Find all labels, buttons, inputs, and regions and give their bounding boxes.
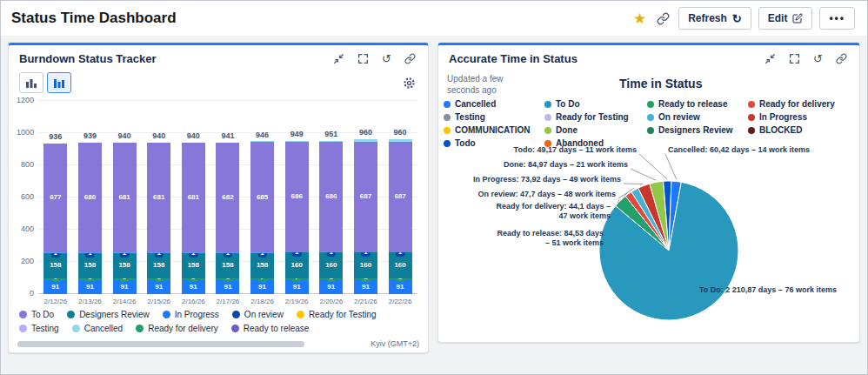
segment-value-label: 91 (290, 283, 304, 291)
legend-item[interactable]: To Do (19, 310, 54, 319)
reset-panel-button[interactable]: ↺ (380, 51, 393, 66)
fullscreen-icon (357, 53, 369, 64)
time-in-status-panel: Accurate Time in Status ↺ Updated a few … (437, 43, 860, 343)
legend-item[interactable]: Designers Review (647, 124, 733, 137)
pie-slice-annotation: Todo: 49,17 days – 11 work items (514, 145, 637, 155)
legend-item-label: Designers Review (658, 125, 733, 135)
bar-column[interactable]: 917158136859462/18/26 (250, 101, 274, 294)
chart-toolbar (9, 70, 428, 94)
segment-value-label: 686 (323, 192, 339, 201)
legend-item-label: Testing (455, 112, 485, 122)
segment-value-label: 677 (47, 193, 63, 202)
legend-item[interactable]: COMMUNICATION (444, 124, 530, 137)
bar-column[interactable]: 916158136819402/16/26 (182, 101, 205, 294)
edit-pencil-icon (792, 13, 803, 23)
segment-value-label: 91 (324, 283, 337, 291)
legend-item[interactable]: On review (647, 110, 733, 124)
legend-item[interactable]: Testing (444, 110, 530, 124)
legend-item-label: Ready to release (244, 324, 310, 333)
legend-color-dot (19, 311, 27, 318)
bar-column[interactable]: 918160116879602/21/26 (354, 101, 377, 294)
bar-column[interactable]: 918160116879602/22/26 (389, 101, 412, 294)
bar-column[interactable]: 917160136869492/19/26 (285, 101, 309, 294)
bar-column[interactable]: 916158136829412/17/26 (216, 101, 239, 294)
header-actions: ★ Refresh ↻ Edit ••• (631, 7, 855, 30)
app-header: Status Time Dashboard ★ Refresh ↻ Edit •… (1, 1, 867, 36)
legend-item[interactable]: Designers Review (67, 310, 150, 319)
bar-segment[interactable] (250, 141, 274, 142)
pie-chart-title: Time in Status (619, 77, 702, 90)
bar-column[interactable]: 916158136819402/14/26 (113, 101, 137, 294)
burndown-panel: Burndown Status Tracker ↺ (8, 43, 429, 353)
legend-color-dot (748, 127, 755, 134)
segment-value-label: 91 (187, 283, 200, 291)
stacked-chart-toggle-button[interactable] (47, 72, 71, 93)
fullscreen-icon (789, 53, 800, 64)
bar-segment[interactable] (354, 139, 377, 141)
x-axis-date-label: 2/16/26 (182, 298, 205, 305)
panel-link-button[interactable] (403, 51, 417, 66)
bar-total-label: 949 (290, 130, 304, 138)
legend-item-label: Ready for Testing (556, 112, 629, 122)
edit-button[interactable]: Edit (758, 7, 813, 30)
legend-item[interactable]: Ready for delivery (136, 324, 218, 333)
time-in-status-panel-icons: ↺ (763, 51, 849, 66)
refresh-button[interactable]: Refresh ↻ (678, 7, 751, 30)
y-axis-tick-label: 1000 (17, 128, 34, 137)
copy-link-button[interactable] (655, 10, 671, 27)
legend-item[interactable]: Ready for delivery (748, 97, 835, 110)
undo-icon: ↺ (813, 53, 823, 64)
legend-item[interactable]: On review (232, 310, 284, 319)
panel-link-button[interactable] (834, 51, 849, 66)
legend-item[interactable]: Cancelled (444, 97, 530, 110)
legend-color-dot (136, 325, 144, 332)
bar-column[interactable]: 916158136809392/13/26 (78, 101, 102, 294)
bar-column[interactable]: 918160136869512/20/26 (319, 101, 343, 294)
bar-segment[interactable] (389, 139, 412, 141)
favorite-button[interactable]: ★ (631, 10, 648, 28)
legend-item[interactable]: Testing (19, 324, 59, 333)
pie-slice-annotation: On review: 47,7 days – 48 work items (477, 190, 616, 199)
horizontal-scrollbar[interactable] (17, 341, 304, 347)
pie-slice-annotation: Cancelled: 60,42 days – 14 work items (668, 145, 810, 155)
y-axis-tick-label: 800 (21, 160, 34, 169)
legend-item[interactable]: In Progress (163, 310, 219, 319)
legend-item[interactable]: Ready to release (647, 97, 733, 110)
pie-slice-annotation: To Do: 2 210,87 days – 76 work items (699, 285, 837, 295)
collapse-panel-button[interactable] (763, 51, 778, 66)
more-options-button[interactable]: ••• (819, 7, 855, 30)
expand-panel-button[interactable] (787, 51, 802, 66)
legend-color-dot (647, 127, 654, 134)
legend-item[interactable]: To Do (544, 97, 629, 110)
legend-color-dot (647, 101, 654, 108)
bar-column[interactable]: 916158136819402/15/26 (147, 101, 170, 294)
bar-segment[interactable] (285, 141, 309, 142)
legend-item-label: BLOCKED (759, 125, 802, 135)
reset-panel-button[interactable]: ↺ (811, 51, 825, 66)
segment-value-label: 91 (49, 283, 62, 291)
burndown-panel-header: Burndown Status Tracker ↺ (9, 45, 428, 70)
segment-value-label: 687 (391, 192, 408, 201)
refresh-button-label: Refresh (688, 12, 727, 24)
segment-value-label: 158 (116, 261, 132, 270)
collapse-panel-button[interactable] (331, 51, 346, 66)
expand-panel-button[interactable] (356, 51, 371, 66)
legend-item[interactable]: BLOCKED (748, 124, 835, 137)
column-chart-toggle-button[interactable] (19, 72, 43, 93)
legend-color-dot (444, 140, 451, 147)
legend-item[interactable]: Ready to release (231, 324, 310, 333)
pie-legend-column: Ready to releaseOn reviewDesigners Revie… (647, 97, 733, 137)
x-axis-date-label: 2/19/26 (285, 298, 309, 305)
legend-item[interactable]: In Progress (748, 110, 835, 124)
bar-column[interactable]: 916158136779362/12/26 (43, 101, 67, 294)
legend-item[interactable]: Done (544, 124, 629, 137)
legend-item[interactable]: Ready for Testing (297, 310, 377, 319)
chart-settings-button[interactable] (401, 75, 417, 91)
segment-value-label: 681 (150, 193, 167, 202)
bar-segment[interactable] (319, 141, 343, 142)
legend-item[interactable]: Cancelled (72, 324, 123, 333)
legend-color-dot (647, 114, 654, 121)
more-options-icon: ••• (829, 13, 845, 23)
legend-item[interactable]: Ready for Testing (544, 110, 629, 124)
pie-chart-area: Updated a few seconds ago Time in Status… (438, 70, 859, 339)
